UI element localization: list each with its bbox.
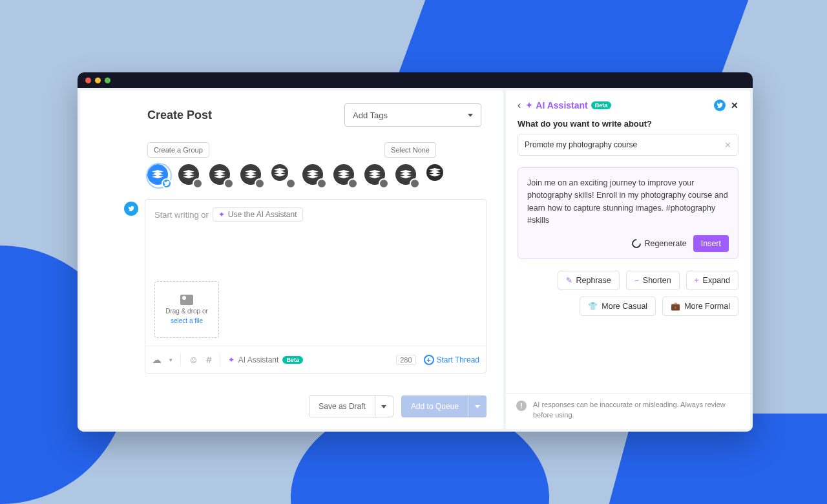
add-tags-select[interactable]: Add Tags [344, 103, 481, 127]
page-title: Create Post [97, 109, 212, 122]
assistant-warning: ! AI responses can be inaccurate or misl… [506, 393, 750, 429]
start-thread-button[interactable]: + Start Thread [424, 355, 479, 365]
mastodon-icon [379, 178, 389, 189]
result-text: Join me on an exciting journey to improv… [527, 177, 729, 227]
traffic-minimize[interactable] [95, 78, 101, 83]
composer: Start writing or ✦ Use the AI Assistant … [145, 199, 487, 373]
channel-tiktok[interactable] [302, 164, 326, 187]
beta-badge: Beta [591, 101, 612, 109]
wand-icon: ✦ [526, 101, 532, 110]
beta-badge: Beta [282, 356, 303, 364]
stack-icon [152, 170, 163, 179]
wand-icon: ✦ [218, 210, 225, 219]
instagram-icon [193, 178, 203, 189]
traffic-close[interactable] [85, 78, 91, 83]
use-ai-assistant-chip[interactable]: ✦ Use the AI Assistant [213, 207, 303, 222]
channel-instagram[interactable] [178, 164, 202, 187]
composer-toolbar: ☁ ▾ ☺ # ✦ AI Assistant Beta 280 [145, 346, 486, 373]
info-icon: ! [516, 401, 527, 411]
expand-button[interactable]: +Expand [686, 271, 738, 290]
youtube-icon [286, 178, 296, 189]
refresh-icon [631, 237, 644, 250]
window-titlebar [78, 72, 753, 88]
channel-startpage[interactable] [426, 164, 450, 187]
channel-youtube[interactable] [271, 164, 295, 187]
facebook-icon [224, 178, 234, 189]
ai-assistant-toolbar-button[interactable]: ✦ AI Assistant Beta [228, 355, 303, 364]
twitter-icon [714, 100, 726, 111]
channel-twitter[interactable] [147, 164, 171, 187]
channel-mastodon[interactable] [364, 164, 388, 187]
hashtag-icon[interactable]: # [206, 354, 211, 365]
channels-row [97, 164, 487, 187]
chevron-down-icon[interactable]: ▾ [169, 357, 173, 363]
briefcase-icon: 💼 [671, 302, 680, 311]
image-icon [180, 295, 193, 305]
ai-assistant-panel: ‹ ✦ AI Assistant Beta ✕ What do you want… [506, 90, 750, 429]
tiktok-icon [317, 178, 327, 189]
prompt-input-wrap: ✕ [518, 134, 738, 156]
select-file-link[interactable]: select a file [171, 317, 203, 324]
insert-button[interactable]: Insert [693, 235, 729, 252]
add-to-queue-dropdown[interactable] [468, 396, 486, 417]
channel-facebook[interactable] [209, 164, 233, 187]
channel-linkedin[interactable] [240, 164, 264, 187]
composer-placeholder: Start writing or [154, 210, 209, 220]
channel-googlebusiness[interactable] [395, 164, 419, 187]
shorten-button[interactable]: −Shorten [626, 271, 680, 290]
assistant-title: ✦ AI Assistant Beta [526, 100, 611, 110]
googlebusiness-icon [410, 178, 420, 189]
more-casual-button[interactable]: 👕More Casual [580, 297, 656, 316]
pencil-icon: ✎ [566, 276, 572, 285]
create-post-panel: Create Post Add Tags Create a Group Sele… [80, 90, 503, 429]
back-button[interactable]: ‹ [518, 100, 521, 111]
regenerate-button[interactable]: Regenerate [632, 239, 686, 248]
active-network-twitter-icon [124, 202, 138, 216]
linkedin-icon [255, 178, 265, 189]
result-card: Join me on an exciting journey to improv… [518, 167, 738, 259]
rephrase-button[interactable]: ✎Rephrase [558, 271, 620, 290]
composer-textarea[interactable]: Start writing or ✦ Use the AI Assistant … [145, 200, 486, 346]
plus-circle-icon: + [424, 355, 434, 365]
add-to-queue-button[interactable]: Add to Queue [401, 395, 487, 417]
wand-icon: ✦ [228, 355, 235, 364]
char-counter: 280 [396, 355, 415, 365]
more-formal-button[interactable]: 💼More Formal [662, 297, 738, 316]
channel-pinterest[interactable] [333, 164, 357, 187]
emoji-icon[interactable]: ☺ [189, 354, 198, 365]
pinterest-icon [348, 178, 358, 189]
plus-icon: + [695, 276, 699, 285]
close-button[interactable]: ✕ [731, 100, 738, 110]
traffic-zoom[interactable] [105, 78, 110, 83]
select-none-button[interactable]: Select None [384, 142, 436, 158]
create-group-button[interactable]: Create a Group [147, 142, 209, 158]
save-draft-dropdown[interactable] [375, 396, 393, 417]
prompt-input[interactable] [525, 140, 719, 149]
cloud-icon[interactable]: ☁ [152, 354, 162, 366]
clear-prompt-button[interactable]: ✕ [724, 140, 731, 150]
twitter-icon [162, 178, 172, 189]
add-tags-label: Add Tags [353, 110, 388, 120]
minus-icon: − [634, 276, 639, 285]
tshirt-icon: 👕 [588, 302, 598, 311]
dropzone-label: Drag & drop or [165, 308, 208, 315]
app-window: Create Post Add Tags Create a Group Sele… [78, 72, 753, 432]
save-draft-button[interactable]: Save as Draft [309, 395, 393, 417]
chevron-down-icon [468, 114, 473, 117]
media-dropzone[interactable]: Drag & drop or select a file [154, 281, 219, 338]
prompt-label: What do you want to write about? [518, 119, 738, 129]
